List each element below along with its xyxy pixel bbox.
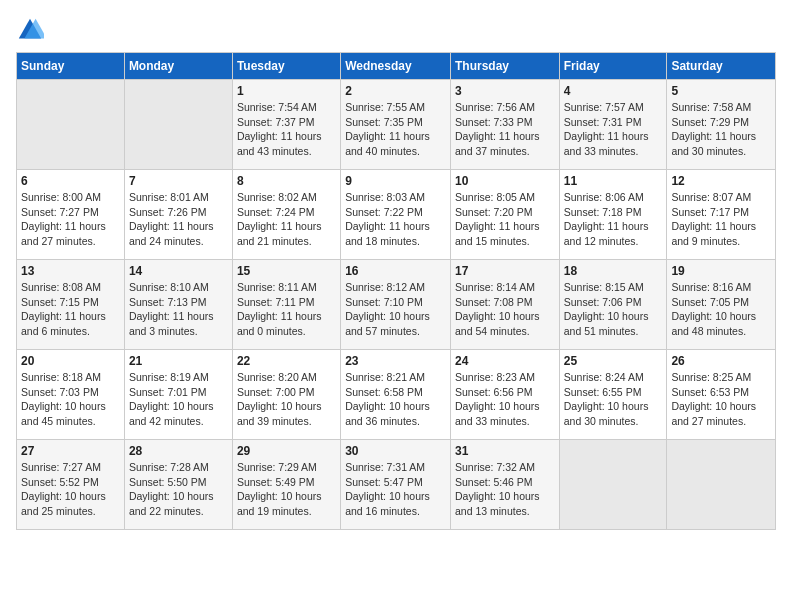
calendar-cell [559, 440, 667, 530]
weekday-header-friday: Friday [559, 53, 667, 80]
calendar-cell: 21Sunrise: 8:19 AMSunset: 7:01 PMDayligh… [124, 350, 232, 440]
weekday-header-monday: Monday [124, 53, 232, 80]
week-row-4: 27Sunrise: 7:27 AMSunset: 5:52 PMDayligh… [17, 440, 776, 530]
day-number: 20 [21, 354, 120, 368]
day-info: Sunrise: 8:21 AMSunset: 6:58 PMDaylight:… [345, 370, 446, 429]
day-info: Sunrise: 8:11 AMSunset: 7:11 PMDaylight:… [237, 280, 336, 339]
day-info: Sunrise: 7:55 AMSunset: 7:35 PMDaylight:… [345, 100, 446, 159]
day-info: Sunrise: 8:03 AMSunset: 7:22 PMDaylight:… [345, 190, 446, 249]
day-info: Sunrise: 8:15 AMSunset: 7:06 PMDaylight:… [564, 280, 663, 339]
day-number: 24 [455, 354, 555, 368]
day-info: Sunrise: 7:57 AMSunset: 7:31 PMDaylight:… [564, 100, 663, 159]
day-info: Sunrise: 8:07 AMSunset: 7:17 PMDaylight:… [671, 190, 771, 249]
calendar-cell: 16Sunrise: 8:12 AMSunset: 7:10 PMDayligh… [341, 260, 451, 350]
day-info: Sunrise: 8:18 AMSunset: 7:03 PMDaylight:… [21, 370, 120, 429]
calendar-cell: 25Sunrise: 8:24 AMSunset: 6:55 PMDayligh… [559, 350, 667, 440]
day-info: Sunrise: 7:32 AMSunset: 5:46 PMDaylight:… [455, 460, 555, 519]
day-number: 11 [564, 174, 663, 188]
day-info: Sunrise: 8:02 AMSunset: 7:24 PMDaylight:… [237, 190, 336, 249]
calendar-cell: 18Sunrise: 8:15 AMSunset: 7:06 PMDayligh… [559, 260, 667, 350]
calendar-cell: 19Sunrise: 8:16 AMSunset: 7:05 PMDayligh… [667, 260, 776, 350]
weekday-header-wednesday: Wednesday [341, 53, 451, 80]
calendar-cell: 14Sunrise: 8:10 AMSunset: 7:13 PMDayligh… [124, 260, 232, 350]
week-row-1: 6Sunrise: 8:00 AMSunset: 7:27 PMDaylight… [17, 170, 776, 260]
calendar-cell: 6Sunrise: 8:00 AMSunset: 7:27 PMDaylight… [17, 170, 125, 260]
day-number: 10 [455, 174, 555, 188]
calendar-table: SundayMondayTuesdayWednesdayThursdayFrid… [16, 52, 776, 530]
day-info: Sunrise: 8:19 AMSunset: 7:01 PMDaylight:… [129, 370, 228, 429]
day-info: Sunrise: 8:20 AMSunset: 7:00 PMDaylight:… [237, 370, 336, 429]
calendar-cell: 10Sunrise: 8:05 AMSunset: 7:20 PMDayligh… [450, 170, 559, 260]
day-info: Sunrise: 8:25 AMSunset: 6:53 PMDaylight:… [671, 370, 771, 429]
calendar-cell: 24Sunrise: 8:23 AMSunset: 6:56 PMDayligh… [450, 350, 559, 440]
calendar-cell: 26Sunrise: 8:25 AMSunset: 6:53 PMDayligh… [667, 350, 776, 440]
calendar-cell: 31Sunrise: 7:32 AMSunset: 5:46 PMDayligh… [450, 440, 559, 530]
day-number: 14 [129, 264, 228, 278]
day-info: Sunrise: 7:27 AMSunset: 5:52 PMDaylight:… [21, 460, 120, 519]
day-number: 13 [21, 264, 120, 278]
day-info: Sunrise: 8:12 AMSunset: 7:10 PMDaylight:… [345, 280, 446, 339]
day-number: 22 [237, 354, 336, 368]
day-info: Sunrise: 7:56 AMSunset: 7:33 PMDaylight:… [455, 100, 555, 159]
day-info: Sunrise: 8:01 AMSunset: 7:26 PMDaylight:… [129, 190, 228, 249]
calendar-cell: 15Sunrise: 8:11 AMSunset: 7:11 PMDayligh… [232, 260, 340, 350]
calendar-cell: 20Sunrise: 8:18 AMSunset: 7:03 PMDayligh… [17, 350, 125, 440]
day-info: Sunrise: 8:24 AMSunset: 6:55 PMDaylight:… [564, 370, 663, 429]
day-info: Sunrise: 8:00 AMSunset: 7:27 PMDaylight:… [21, 190, 120, 249]
calendar-cell: 7Sunrise: 8:01 AMSunset: 7:26 PMDaylight… [124, 170, 232, 260]
weekday-header-thursday: Thursday [450, 53, 559, 80]
weekday-row: SundayMondayTuesdayWednesdayThursdayFrid… [17, 53, 776, 80]
week-row-2: 13Sunrise: 8:08 AMSunset: 7:15 PMDayligh… [17, 260, 776, 350]
day-info: Sunrise: 7:31 AMSunset: 5:47 PMDaylight:… [345, 460, 446, 519]
calendar-cell: 17Sunrise: 8:14 AMSunset: 7:08 PMDayligh… [450, 260, 559, 350]
calendar-cell: 9Sunrise: 8:03 AMSunset: 7:22 PMDaylight… [341, 170, 451, 260]
day-number: 27 [21, 444, 120, 458]
day-info: Sunrise: 7:28 AMSunset: 5:50 PMDaylight:… [129, 460, 228, 519]
day-number: 8 [237, 174, 336, 188]
day-number: 18 [564, 264, 663, 278]
day-number: 2 [345, 84, 446, 98]
day-number: 12 [671, 174, 771, 188]
calendar-cell [124, 80, 232, 170]
week-row-0: 1Sunrise: 7:54 AMSunset: 7:37 PMDaylight… [17, 80, 776, 170]
day-number: 16 [345, 264, 446, 278]
calendar-cell: 11Sunrise: 8:06 AMSunset: 7:18 PMDayligh… [559, 170, 667, 260]
weekday-header-tuesday: Tuesday [232, 53, 340, 80]
calendar-cell: 4Sunrise: 7:57 AMSunset: 7:31 PMDaylight… [559, 80, 667, 170]
day-number: 23 [345, 354, 446, 368]
day-number: 21 [129, 354, 228, 368]
day-number: 3 [455, 84, 555, 98]
calendar-header: SundayMondayTuesdayWednesdayThursdayFrid… [17, 53, 776, 80]
day-info: Sunrise: 8:05 AMSunset: 7:20 PMDaylight:… [455, 190, 555, 249]
day-info: Sunrise: 8:14 AMSunset: 7:08 PMDaylight:… [455, 280, 555, 339]
day-info: Sunrise: 8:23 AMSunset: 6:56 PMDaylight:… [455, 370, 555, 429]
day-number: 30 [345, 444, 446, 458]
calendar-cell [17, 80, 125, 170]
calendar-cell: 28Sunrise: 7:28 AMSunset: 5:50 PMDayligh… [124, 440, 232, 530]
day-info: Sunrise: 8:08 AMSunset: 7:15 PMDaylight:… [21, 280, 120, 339]
day-number: 4 [564, 84, 663, 98]
calendar-cell: 23Sunrise: 8:21 AMSunset: 6:58 PMDayligh… [341, 350, 451, 440]
day-number: 15 [237, 264, 336, 278]
day-number: 1 [237, 84, 336, 98]
calendar-cell: 30Sunrise: 7:31 AMSunset: 5:47 PMDayligh… [341, 440, 451, 530]
day-info: Sunrise: 7:54 AMSunset: 7:37 PMDaylight:… [237, 100, 336, 159]
calendar-cell: 22Sunrise: 8:20 AMSunset: 7:00 PMDayligh… [232, 350, 340, 440]
day-info: Sunrise: 8:10 AMSunset: 7:13 PMDaylight:… [129, 280, 228, 339]
day-number: 6 [21, 174, 120, 188]
logo-icon [16, 16, 44, 44]
day-number: 28 [129, 444, 228, 458]
calendar-cell: 8Sunrise: 8:02 AMSunset: 7:24 PMDaylight… [232, 170, 340, 260]
day-info: Sunrise: 7:58 AMSunset: 7:29 PMDaylight:… [671, 100, 771, 159]
calendar-body: 1Sunrise: 7:54 AMSunset: 7:37 PMDaylight… [17, 80, 776, 530]
calendar-cell: 27Sunrise: 7:27 AMSunset: 5:52 PMDayligh… [17, 440, 125, 530]
day-info: Sunrise: 8:16 AMSunset: 7:05 PMDaylight:… [671, 280, 771, 339]
day-number: 31 [455, 444, 555, 458]
day-number: 9 [345, 174, 446, 188]
calendar-cell: 13Sunrise: 8:08 AMSunset: 7:15 PMDayligh… [17, 260, 125, 350]
day-number: 26 [671, 354, 771, 368]
day-info: Sunrise: 7:29 AMSunset: 5:49 PMDaylight:… [237, 460, 336, 519]
day-number: 7 [129, 174, 228, 188]
weekday-header-sunday: Sunday [17, 53, 125, 80]
day-info: Sunrise: 8:06 AMSunset: 7:18 PMDaylight:… [564, 190, 663, 249]
